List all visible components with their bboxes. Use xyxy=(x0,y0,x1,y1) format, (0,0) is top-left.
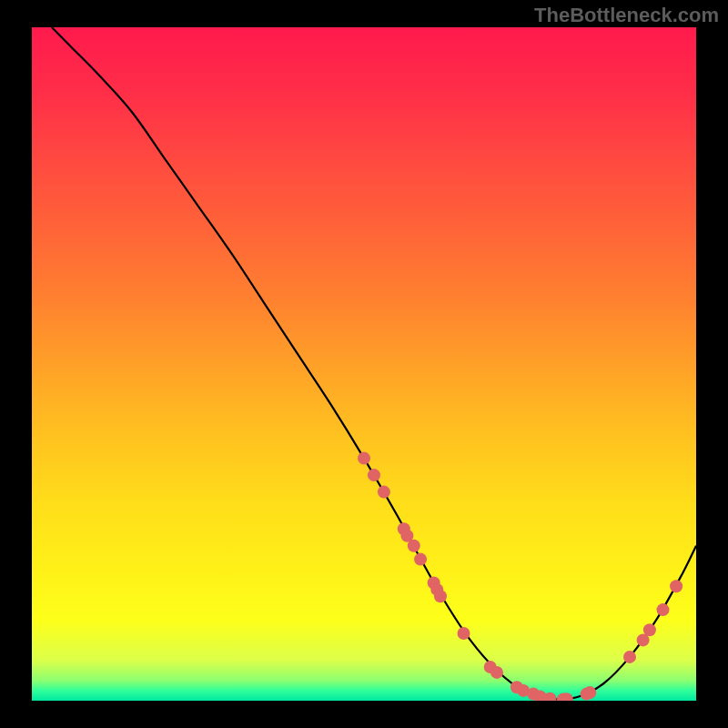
chart-container: TheBottleneck.com xyxy=(0,0,728,728)
scatter-point xyxy=(434,590,447,602)
scatter-point xyxy=(643,623,656,636)
scatter-point xyxy=(378,486,390,499)
watermark-text: TheBottleneck.com xyxy=(534,4,719,27)
scatter-point xyxy=(543,693,556,705)
scatter-point xyxy=(368,469,380,481)
scatter-point xyxy=(458,627,470,640)
scatter-point xyxy=(414,553,427,566)
scatter-point xyxy=(490,666,503,679)
scatter-point xyxy=(561,693,573,705)
scatter-point xyxy=(657,603,670,616)
chart-svg xyxy=(0,0,728,728)
scatter-point xyxy=(358,452,370,465)
scatter-point xyxy=(670,580,682,592)
scatter-point xyxy=(623,651,636,663)
scatter-point xyxy=(583,686,596,699)
plot-background xyxy=(32,27,696,701)
scatter-point xyxy=(408,540,420,552)
